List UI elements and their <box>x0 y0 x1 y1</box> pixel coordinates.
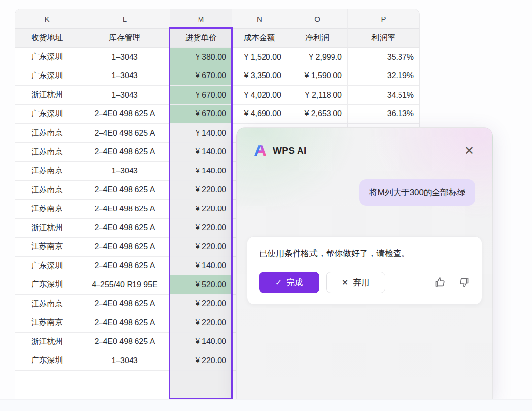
cell-L8[interactable]: 2–4E0 498 625 A <box>79 181 170 200</box>
column-letter-P[interactable]: P <box>348 9 419 29</box>
empty-cell[interactable] <box>15 371 79 390</box>
table-row: 浙江杭州1–3043¥ 670.00¥ 4,020.00¥ 2,118.0034… <box>15 86 419 105</box>
empty-cell[interactable] <box>79 389 170 400</box>
done-button-label: 完成 <box>286 277 303 288</box>
cell-P1[interactable]: 35.37% <box>348 48 419 67</box>
user-message-bubble: 将M列大于300的全部标绿 <box>359 179 475 206</box>
cell-M3[interactable]: ¥ 670.00 <box>170 86 232 105</box>
discard-button[interactable]: ✕ 弃用 <box>326 272 385 293</box>
header-cell-O[interactable]: 净利润 <box>287 29 348 48</box>
cell-L13[interactable]: 4–255/40 R19 95E <box>79 275 170 295</box>
feedback-buttons <box>434 276 470 288</box>
cell-M5[interactable]: ¥ 140.00 <box>170 124 232 143</box>
cell-K10[interactable]: 浙江杭州 <box>15 219 79 238</box>
cell-K2[interactable]: 广东深圳 <box>15 67 79 86</box>
ai-response-card: 已使用条件格式，帮你做好了，请检查。 ✓ 完成 ✕ 弃用 <box>247 236 482 305</box>
cell-K3[interactable]: 浙江杭州 <box>15 86 79 105</box>
cell-M17[interactable]: ¥ 220.00 <box>170 351 232 371</box>
cell-L7[interactable]: 1–3043 <box>79 162 170 181</box>
cell-N2[interactable]: ¥ 3,350.00 <box>232 67 287 86</box>
header-cell-L[interactable]: 库存管理 <box>79 29 170 48</box>
cell-O1[interactable]: ¥ 2,999.0 <box>287 48 348 67</box>
cell-K16[interactable]: 浙江杭州 <box>15 333 79 352</box>
cell-K7[interactable]: 江苏南京 <box>15 162 79 181</box>
cell-L9[interactable]: 2–4E0 498 625 A <box>79 200 170 219</box>
wps-ai-dialog: WPS AI ✕ 将M列大于300的全部标绿 已使用条件格式，帮你做好了，请检查… <box>236 127 493 399</box>
cell-N3[interactable]: ¥ 4,020.00 <box>232 86 287 105</box>
cell-O4[interactable]: ¥ 2,653.00 <box>287 105 348 124</box>
empty-cell[interactable] <box>79 371 170 390</box>
cell-M12[interactable]: ¥ 140.00 <box>170 257 232 276</box>
cell-O2[interactable]: ¥ 1,590.00 <box>287 67 348 86</box>
thumbs-up-icon[interactable] <box>434 276 446 288</box>
empty-cell[interactable] <box>15 389 79 400</box>
thumbs-down-icon[interactable] <box>458 276 470 288</box>
cell-L14[interactable]: 2–4E0 498 625 A <box>79 295 170 314</box>
cell-K17[interactable]: 广东深圳 <box>15 351 79 371</box>
column-letter-M[interactable]: M <box>170 9 232 29</box>
column-letter-N[interactable]: N <box>232 9 287 29</box>
cell-L2[interactable]: 1–3043 <box>79 67 170 86</box>
table-row: 广东深圳1–3043¥ 670.00¥ 3,350.00¥ 1,590.0032… <box>15 67 419 86</box>
cell-O3[interactable]: ¥ 2,118.00 <box>287 86 348 105</box>
header-cell-M[interactable]: 进货单价 <box>170 29 232 48</box>
cell-M10[interactable]: ¥ 220.00 <box>170 219 232 238</box>
cell-L15[interactable]: 2–4E0 498 625 A <box>79 313 170 333</box>
empty-cell[interactable] <box>170 389 232 400</box>
cell-L6[interactable]: 2–4E0 498 625 A <box>79 143 170 162</box>
cell-L1[interactable]: 1–3043 <box>79 48 170 67</box>
header-cell-N[interactable]: 成本金额 <box>232 29 287 48</box>
done-button[interactable]: ✓ 完成 <box>259 272 319 293</box>
dialog-title: WPS AI <box>273 145 307 156</box>
cell-P2[interactable]: 32.19% <box>348 67 419 86</box>
cell-M4[interactable]: ¥ 670.00 <box>170 105 232 124</box>
column-letter-L[interactable]: L <box>79 9 170 29</box>
header-cell-P[interactable]: 利润率 <box>348 29 419 48</box>
cell-M11[interactable]: ¥ 220.00 <box>170 238 232 257</box>
user-message-row: 将M列大于300的全部标绿 <box>359 179 475 206</box>
cell-M8[interactable]: ¥ 220.00 <box>170 181 232 200</box>
cell-K6[interactable]: 江苏南京 <box>15 143 79 162</box>
cell-M2[interactable]: ¥ 670.00 <box>170 67 232 86</box>
empty-cell[interactable] <box>170 371 232 390</box>
cell-K12[interactable]: 广东深圳 <box>15 257 79 276</box>
cell-M15[interactable]: ¥ 220.00 <box>170 313 232 333</box>
cell-L4[interactable]: 2–4E0 498 625 A <box>79 105 170 124</box>
cell-L12[interactable]: 2–4E0 498 625 A <box>79 257 170 276</box>
bottom-bar <box>0 399 532 411</box>
cell-L11[interactable]: 2–4E0 498 625 A <box>79 238 170 257</box>
table-header-row: 收货地址库存管理进货单价成本金额净利润利润率 <box>15 29 419 48</box>
cell-M6[interactable]: ¥ 140.00 <box>170 143 232 162</box>
cell-M14[interactable]: ¥ 220.00 <box>170 295 232 314</box>
cell-M13[interactable]: ¥ 520.00 <box>170 275 232 295</box>
x-icon: ✕ <box>342 278 348 287</box>
cell-K8[interactable]: 江苏南京 <box>15 181 79 200</box>
cell-M7[interactable]: ¥ 140.00 <box>170 162 232 181</box>
cell-N4[interactable]: ¥ 4,690.00 <box>232 105 287 124</box>
cell-L17[interactable]: 1–3043 <box>79 351 170 371</box>
cell-M16[interactable]: ¥ 140.00 <box>170 333 232 352</box>
cell-M1[interactable]: ¥ 380.00 <box>170 48 232 67</box>
cell-P4[interactable]: 36.13% <box>348 105 419 124</box>
close-icon[interactable]: ✕ <box>462 144 477 158</box>
cell-K4[interactable]: 广东深圳 <box>15 105 79 124</box>
cell-L5[interactable]: 2–4E0 498 625 A <box>79 124 170 143</box>
cell-K13[interactable]: 广东深圳 <box>15 275 79 295</box>
column-letter-K[interactable]: K <box>15 9 79 29</box>
header-cell-K[interactable]: 收货地址 <box>15 29 79 48</box>
cell-K9[interactable]: 江苏南京 <box>15 200 79 219</box>
cell-K11[interactable]: 江苏南京 <box>15 238 79 257</box>
ai-response-text: 已使用条件格式，帮你做好了，请检查。 <box>259 247 470 260</box>
cell-M9[interactable]: ¥ 220.00 <box>170 200 232 219</box>
column-letter-O[interactable]: O <box>287 9 348 29</box>
cell-K14[interactable]: 江苏南京 <box>15 295 79 314</box>
cell-L3[interactable]: 1–3043 <box>79 86 170 105</box>
cell-K15[interactable]: 江苏南京 <box>15 313 79 333</box>
cell-K5[interactable]: 江苏南京 <box>15 124 79 143</box>
cell-P3[interactable]: 34.51% <box>348 86 419 105</box>
cell-L10[interactable]: 2–4E0 498 625 A <box>79 219 170 238</box>
cell-N1[interactable]: ¥ 1,520.00 <box>232 48 287 67</box>
column-letters-row: KLMNOP <box>15 9 419 29</box>
cell-L16[interactable]: 2–4E0 498 625 A <box>79 333 170 352</box>
cell-K1[interactable]: 广东深圳 <box>15 48 79 67</box>
